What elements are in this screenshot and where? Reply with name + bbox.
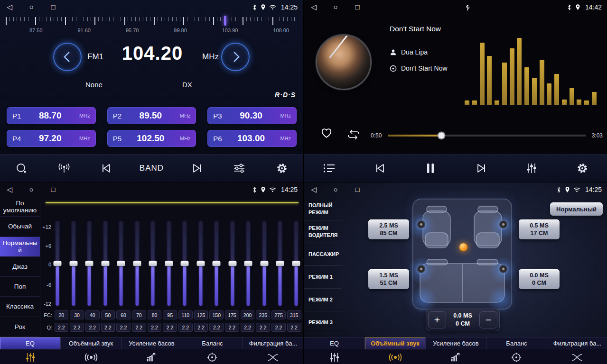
tab-eq[interactable]: EQ <box>0 337 61 349</box>
seek-up-button[interactable] <box>221 43 250 71</box>
eq-band-slider[interactable] <box>292 221 300 306</box>
preset-p4[interactable]: P4 97.20 MHz <box>7 130 96 147</box>
q-value-box[interactable]: 2.2 <box>132 323 146 332</box>
eq-band-slider[interactable] <box>69 221 78 306</box>
eq-band-slider[interactable] <box>165 221 173 306</box>
tab-surround[interactable]: Объёмный звук <box>365 337 426 349</box>
eq-band-handle[interactable] <box>133 261 141 266</box>
eq-band-slider[interactable] <box>101 221 110 306</box>
eq-band-handle[interactable] <box>276 261 284 266</box>
mode-1[interactable]: РЕЖИМ 1 <box>304 266 342 289</box>
preset-p6[interactable]: P6 103.00 MHz <box>207 130 297 147</box>
settings-button[interactable] <box>573 158 592 178</box>
mode-driver[interactable]: РЕЖИМ ВОДИТЕЛЯ <box>304 220 342 243</box>
previous-button[interactable] <box>371 158 390 178</box>
recents-icon[interactable]: □ <box>49 3 57 11</box>
eq-band-handle[interactable] <box>213 261 221 266</box>
q-value-box[interactable]: 2.2 <box>241 323 255 332</box>
mode-full[interactable]: ПОЛНЫЙ РЕЖИМ <box>304 198 342 220</box>
queue-button[interactable] <box>320 158 339 178</box>
eq-preset-normal[interactable]: Нормальный <box>0 237 40 257</box>
fc-value-box[interactable]: 20 <box>55 310 69 319</box>
home-icon[interactable]: ○ <box>28 3 35 11</box>
mode-3[interactable]: РЕЖИМ 3 <box>304 311 342 334</box>
q-value-box[interactable]: 2.2 <box>55 323 69 332</box>
fc-value-box[interactable]: 235 <box>256 310 270 319</box>
fc-value-box[interactable]: 150 <box>209 310 224 319</box>
scan-button[interactable] <box>12 158 31 178</box>
increase-delay-button[interactable]: + <box>428 311 446 328</box>
eq-preset-rock[interactable]: Рок <box>0 317 40 337</box>
speaker-icon[interactable] <box>499 220 507 228</box>
frequency-scale[interactable]: 87.50 91.60 95.70 99.80 103.90 108.00 <box>3 14 300 36</box>
favorite-button[interactable] <box>320 127 333 138</box>
repeat-button[interactable] <box>347 129 360 140</box>
q-value-box[interactable]: 2.2 <box>209 323 224 332</box>
q-value-box[interactable]: 2.2 <box>163 323 177 332</box>
q-value-box[interactable]: 2.2 <box>101 323 115 332</box>
eq-preset-jazz[interactable]: Джаз <box>0 257 40 277</box>
tab-balance[interactable]: Баланс <box>182 337 243 349</box>
delay-rear-left-button[interactable]: 1.5 MS 51 CM <box>368 269 409 289</box>
eq-band-slider[interactable] <box>212 221 221 306</box>
speaker-icon[interactable] <box>499 265 507 273</box>
tab-bass-boost[interactable]: Усиление басов <box>121 337 182 349</box>
tab-balance[interactable]: Баланс <box>486 337 547 349</box>
progress-slider[interactable] <box>388 135 586 136</box>
fc-value-box[interactable]: 60 <box>116 310 131 319</box>
fc-value-box[interactable]: 30 <box>70 310 84 319</box>
recents-icon[interactable]: □ <box>354 3 361 11</box>
sound-profile-button[interactable]: Нормальный <box>550 202 603 216</box>
q-value-box[interactable]: 2.2 <box>70 323 84 332</box>
tab-surround[interactable]: Объёмный звук <box>61 337 121 349</box>
q-value-box[interactable]: 2.2 <box>256 323 270 332</box>
eq-band-handle[interactable] <box>260 261 268 266</box>
tab-filter[interactable]: Фильтрация ба... <box>243 337 303 349</box>
recents-icon[interactable]: □ <box>354 185 361 194</box>
mode-passenger[interactable]: ПАССАЖИР <box>304 243 342 266</box>
eq-preset-custom[interactable]: Обычай <box>0 217 40 237</box>
back-icon[interactable]: ◁ <box>6 3 13 11</box>
bass-boost-tab-icon[interactable] <box>426 352 486 363</box>
back-icon[interactable]: ◁ <box>6 185 13 194</box>
speaker-icon[interactable] <box>417 220 425 228</box>
surround-tab-icon[interactable] <box>61 352 121 363</box>
eq-band-handle[interactable] <box>54 261 62 266</box>
eq-preset-classic[interactable]: Классика <box>0 297 40 317</box>
eq-tab-icon[interactable] <box>0 352 61 363</box>
preset-p2[interactable]: P2 89.50 MHz <box>107 107 196 124</box>
fc-value-box[interactable]: 125 <box>194 310 208 319</box>
speaker-icon[interactable] <box>417 265 425 273</box>
eq-band-handle[interactable] <box>149 261 157 266</box>
fc-value-box[interactable]: 175 <box>225 310 239 319</box>
eq-band-handle[interactable] <box>85 261 93 266</box>
q-value-box[interactable]: 2.2 <box>225 323 239 332</box>
preset-p5[interactable]: P5 102.50 MHz <box>107 130 196 147</box>
eq-band-slider[interactable] <box>180 221 189 306</box>
fc-value-box[interactable]: 200 <box>241 310 255 319</box>
eq-band-slider[interactable] <box>276 221 284 306</box>
home-icon[interactable]: ○ <box>332 185 339 194</box>
delay-front-left-button[interactable]: 2.5 MS 85 CM <box>368 219 409 239</box>
pause-button[interactable] <box>421 158 440 178</box>
bass-boost-tab-icon[interactable] <box>121 352 182 363</box>
q-value-box[interactable]: 2.2 <box>287 323 301 332</box>
tab-filter[interactable]: Фильтрация ба... <box>547 337 607 349</box>
previous-button[interactable] <box>97 158 116 178</box>
tab-eq[interactable]: EQ <box>304 337 365 349</box>
eq-band-slider[interactable] <box>117 221 125 306</box>
eq-band-handle[interactable] <box>292 261 300 266</box>
next-button[interactable] <box>187 158 206 178</box>
eq-band-slider[interactable] <box>53 221 62 306</box>
eq-band-slider[interactable] <box>133 221 141 306</box>
equalizer-button[interactable] <box>230 158 249 178</box>
eq-band-handle[interactable] <box>244 261 252 266</box>
fc-value-box[interactable]: 95 <box>163 310 177 319</box>
fc-value-box[interactable]: 50 <box>101 310 115 319</box>
eq-tab-icon[interactable] <box>304 352 365 363</box>
eq-band-handle[interactable] <box>165 261 173 266</box>
fc-value-box[interactable]: 275 <box>271 310 286 319</box>
album-art[interactable] <box>316 34 372 90</box>
eq-band-handle[interactable] <box>117 261 125 266</box>
balance-tab-icon[interactable] <box>486 352 547 363</box>
